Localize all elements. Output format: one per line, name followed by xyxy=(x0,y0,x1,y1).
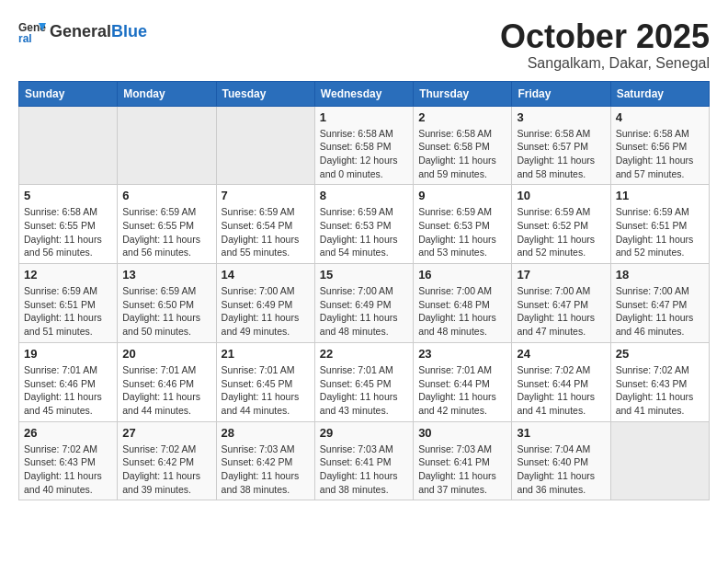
day-number: 15 xyxy=(320,268,408,282)
day-info: Sunrise: 7:02 AM Sunset: 6:43 PM Dayligh… xyxy=(24,442,112,497)
day-info: Sunrise: 7:00 AM Sunset: 6:47 PM Dayligh… xyxy=(517,284,605,339)
day-info: Sunrise: 6:59 AM Sunset: 6:52 PM Dayligh… xyxy=(517,205,605,259)
calendar-cell: 21Sunrise: 7:01 AM Sunset: 6:45 PM Dayli… xyxy=(216,342,314,421)
day-info: Sunrise: 6:59 AM Sunset: 6:53 PM Dayligh… xyxy=(418,205,506,259)
calendar-cell xyxy=(19,106,118,185)
day-info: Sunrise: 7:00 AM Sunset: 6:49 PM Dayligh… xyxy=(222,284,310,339)
weekday-header-row: SundayMondayTuesdayWednesdayThursdayFrid… xyxy=(19,81,710,106)
calendar-cell: 28Sunrise: 7:03 AM Sunset: 6:42 PM Dayli… xyxy=(216,421,314,500)
day-number: 13 xyxy=(122,268,210,282)
day-number: 22 xyxy=(320,347,408,361)
day-number: 31 xyxy=(517,426,605,440)
day-info: Sunrise: 7:03 AM Sunset: 6:41 PM Dayligh… xyxy=(320,442,408,497)
day-number: 23 xyxy=(418,347,506,361)
day-info: Sunrise: 6:58 AM Sunset: 6:58 PM Dayligh… xyxy=(320,127,408,181)
calendar-cell: 6Sunrise: 6:59 AM Sunset: 6:55 PM Daylig… xyxy=(118,185,216,264)
day-info: Sunrise: 7:00 AM Sunset: 6:49 PM Dayligh… xyxy=(320,284,408,339)
svg-text:ral: ral xyxy=(18,32,32,45)
day-info: Sunrise: 7:02 AM Sunset: 6:43 PM Dayligh… xyxy=(616,363,704,418)
day-info: Sunrise: 6:59 AM Sunset: 6:53 PM Dayligh… xyxy=(320,205,408,259)
day-number: 14 xyxy=(222,268,310,282)
calendar-cell: 15Sunrise: 7:00 AM Sunset: 6:49 PM Dayli… xyxy=(314,264,413,343)
calendar-cell: 17Sunrise: 7:00 AM Sunset: 6:47 PM Dayli… xyxy=(512,264,610,343)
day-info: Sunrise: 6:58 AM Sunset: 6:58 PM Dayligh… xyxy=(418,127,506,181)
day-info: Sunrise: 7:00 AM Sunset: 6:47 PM Dayligh… xyxy=(616,284,704,339)
calendar-cell: 25Sunrise: 7:02 AM Sunset: 6:43 PM Dayli… xyxy=(610,342,709,421)
calendar-cell: 12Sunrise: 6:59 AM Sunset: 6:51 PM Dayli… xyxy=(19,264,118,343)
logo-icon: Gene ral xyxy=(18,18,46,46)
weekday-header: Monday xyxy=(118,81,216,106)
weekday-header: Wednesday xyxy=(314,81,413,106)
day-info: Sunrise: 7:00 AM Sunset: 6:48 PM Dayligh… xyxy=(418,284,506,339)
day-info: Sunrise: 6:59 AM Sunset: 6:51 PM Dayligh… xyxy=(616,205,704,259)
day-info: Sunrise: 7:01 AM Sunset: 6:45 PM Dayligh… xyxy=(320,363,408,418)
day-number: 2 xyxy=(418,110,506,124)
weekday-header: Thursday xyxy=(414,81,512,106)
calendar-cell: 22Sunrise: 7:01 AM Sunset: 6:45 PM Dayli… xyxy=(314,342,413,421)
day-info: Sunrise: 6:58 AM Sunset: 6:55 PM Dayligh… xyxy=(24,205,112,259)
day-number: 4 xyxy=(616,110,704,124)
calendar-cell: 5Sunrise: 6:58 AM Sunset: 6:55 PM Daylig… xyxy=(19,185,118,264)
weekday-header: Saturday xyxy=(610,81,709,106)
day-number: 30 xyxy=(418,426,506,440)
day-info: Sunrise: 6:59 AM Sunset: 6:55 PM Dayligh… xyxy=(122,205,210,259)
day-number: 10 xyxy=(517,189,605,202)
day-info: Sunrise: 7:01 AM Sunset: 6:46 PM Dayligh… xyxy=(122,363,210,418)
calendar-cell: 13Sunrise: 6:59 AM Sunset: 6:50 PM Dayli… xyxy=(118,264,216,343)
day-number: 1 xyxy=(320,110,408,124)
calendar-week-row: 1Sunrise: 6:58 AM Sunset: 6:58 PM Daylig… xyxy=(19,106,710,185)
logo: Gene ral GeneralBlue xyxy=(18,18,147,46)
day-number: 9 xyxy=(418,189,506,202)
calendar-cell xyxy=(610,421,709,500)
day-info: Sunrise: 6:58 AM Sunset: 6:57 PM Dayligh… xyxy=(517,127,605,181)
calendar-cell: 4Sunrise: 6:58 AM Sunset: 6:56 PM Daylig… xyxy=(610,106,709,185)
day-number: 7 xyxy=(222,189,310,202)
calendar-cell: 30Sunrise: 7:03 AM Sunset: 6:41 PM Dayli… xyxy=(414,421,512,500)
day-number: 19 xyxy=(24,347,112,361)
weekday-header: Tuesday xyxy=(216,81,314,106)
calendar-cell: 8Sunrise: 6:59 AM Sunset: 6:53 PM Daylig… xyxy=(314,185,413,264)
day-info: Sunrise: 6:58 AM Sunset: 6:56 PM Dayligh… xyxy=(616,127,704,181)
calendar-cell: 14Sunrise: 7:00 AM Sunset: 6:49 PM Dayli… xyxy=(216,264,314,343)
logo-line2: Blue xyxy=(111,22,147,40)
day-info: Sunrise: 7:02 AM Sunset: 6:44 PM Dayligh… xyxy=(517,363,605,418)
day-number: 16 xyxy=(418,268,506,282)
day-number: 27 xyxy=(122,426,210,440)
calendar-week-row: 12Sunrise: 6:59 AM Sunset: 6:51 PM Dayli… xyxy=(19,264,710,343)
page-header: Gene ral GeneralBlue October 2025 Sangal… xyxy=(18,18,710,72)
calendar-cell: 31Sunrise: 7:04 AM Sunset: 6:40 PM Dayli… xyxy=(512,421,610,500)
calendar-cell xyxy=(216,106,314,185)
day-number: 5 xyxy=(24,189,112,202)
calendar-cell: 3Sunrise: 6:58 AM Sunset: 6:57 PM Daylig… xyxy=(512,106,610,185)
calendar-cell: 18Sunrise: 7:00 AM Sunset: 6:47 PM Dayli… xyxy=(610,264,709,343)
calendar-cell: 9Sunrise: 6:59 AM Sunset: 6:53 PM Daylig… xyxy=(414,185,512,264)
day-info: Sunrise: 7:01 AM Sunset: 6:46 PM Dayligh… xyxy=(24,363,112,418)
calendar-cell: 24Sunrise: 7:02 AM Sunset: 6:44 PM Dayli… xyxy=(512,342,610,421)
day-number: 6 xyxy=(122,189,210,202)
calendar-table: SundayMondayTuesdayWednesdayThursdayFrid… xyxy=(18,81,710,501)
day-number: 25 xyxy=(616,347,704,361)
day-info: Sunrise: 6:59 AM Sunset: 6:50 PM Dayligh… xyxy=(122,284,210,339)
calendar-cell: 1Sunrise: 6:58 AM Sunset: 6:58 PM Daylig… xyxy=(314,106,413,185)
calendar-cell: 19Sunrise: 7:01 AM Sunset: 6:46 PM Dayli… xyxy=(19,342,118,421)
day-info: Sunrise: 7:02 AM Sunset: 6:42 PM Dayligh… xyxy=(122,442,210,497)
title-section: October 2025 Sangalkam, Dakar, Senegal xyxy=(500,18,710,72)
calendar-cell: 29Sunrise: 7:03 AM Sunset: 6:41 PM Dayli… xyxy=(314,421,413,500)
day-number: 12 xyxy=(24,268,112,282)
weekday-header: Friday xyxy=(512,81,610,106)
day-info: Sunrise: 6:59 AM Sunset: 6:54 PM Dayligh… xyxy=(222,205,310,259)
day-number: 18 xyxy=(616,268,704,282)
calendar-cell xyxy=(118,106,216,185)
day-number: 20 xyxy=(122,347,210,361)
calendar-cell: 20Sunrise: 7:01 AM Sunset: 6:46 PM Dayli… xyxy=(118,342,216,421)
weekday-header: Sunday xyxy=(19,81,118,106)
day-info: Sunrise: 7:04 AM Sunset: 6:40 PM Dayligh… xyxy=(517,442,605,497)
day-info: Sunrise: 7:01 AM Sunset: 6:45 PM Dayligh… xyxy=(222,363,310,418)
day-number: 3 xyxy=(517,110,605,124)
day-number: 28 xyxy=(222,426,310,440)
calendar-week-row: 19Sunrise: 7:01 AM Sunset: 6:46 PM Dayli… xyxy=(19,342,710,421)
calendar-cell: 11Sunrise: 6:59 AM Sunset: 6:51 PM Dayli… xyxy=(610,185,709,264)
day-info: Sunrise: 6:59 AM Sunset: 6:51 PM Dayligh… xyxy=(24,284,112,339)
calendar-cell: 27Sunrise: 7:02 AM Sunset: 6:42 PM Dayli… xyxy=(118,421,216,500)
day-number: 24 xyxy=(517,347,605,361)
